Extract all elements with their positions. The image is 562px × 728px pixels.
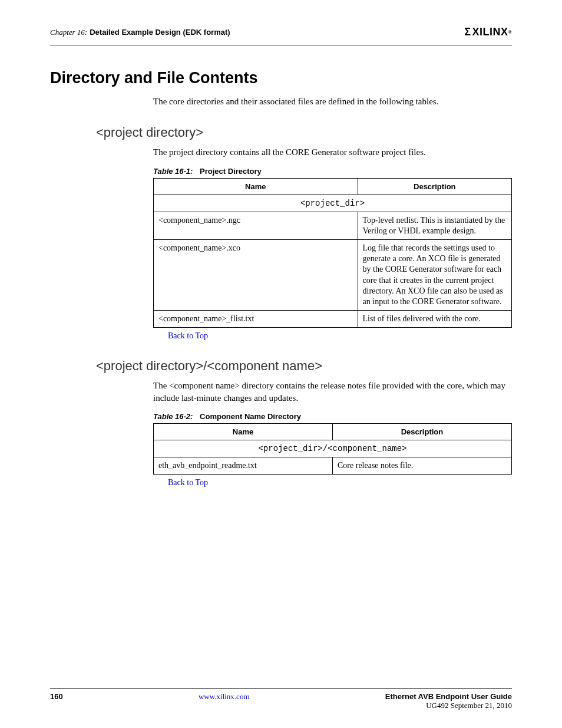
col-description: Description (358, 178, 511, 195)
table-row: eth_avb_endpoint_readme.txt Core release… (154, 457, 512, 475)
table-component-name-directory: Name Description <project_dir>/<componen… (153, 423, 512, 475)
cell-desc: List of files delivered with the core. (358, 311, 511, 328)
cell-desc: Top-level netlist. This is instantiated … (358, 212, 511, 239)
table-span-row: <project_dir> (154, 195, 512, 212)
summation-icon: Σ (464, 26, 471, 38)
back-to-top-link[interactable]: Back to Top (168, 478, 512, 487)
page-number: 160 (50, 692, 63, 710)
table-caption-title: Component Name Directory (195, 412, 301, 421)
subsection-heading-2: <project directory>/<component name> (96, 358, 512, 374)
table-caption-2: Table 16-2: Component Name Directory (153, 412, 512, 421)
col-description: Description (333, 423, 512, 440)
table-project-directory: Name Description <project_dir> <componen… (153, 178, 512, 328)
table-span-row: <project_dir>/<component_name> (154, 440, 512, 457)
table-row: <component_name>.xco Log file that recor… (154, 240, 512, 311)
table-caption-1: Table 16-1: Project Directory (153, 167, 512, 176)
cell-name: <component_name>.ngc (154, 212, 358, 239)
page-footer: 160 www.xilinx.com Ethernet AVB Endpoint… (50, 688, 512, 710)
span-cell: <project_dir>/<component_name> (154, 440, 512, 457)
chapter-breadcrumb: Chapter 16: Detailed Example Design (EDK… (50, 27, 230, 37)
span-cell: <project_dir> (154, 195, 512, 212)
table-row: <component_name>_flist.txt List of files… (154, 311, 512, 328)
footer-right: Ethernet AVB Endpoint User Guide UG492 S… (385, 692, 512, 710)
subsection-intro-1: The project directory contains all the C… (153, 146, 512, 158)
xilinx-logo: Σ XILINX® (464, 26, 512, 38)
table-caption-title: Project Directory (195, 167, 262, 176)
logo-text: XILINX (472, 26, 508, 38)
back-to-top-link[interactable]: Back to Top (168, 331, 512, 341)
footer-guide: Ethernet AVB Endpoint User Guide (385, 692, 512, 701)
section-intro: The core directories and their associate… (153, 95, 512, 107)
footer-url-text: www.xilinx.com (199, 692, 250, 701)
col-name: Name (154, 178, 358, 195)
page-content: Directory and File Contents The core dir… (0, 45, 562, 487)
subsection-intro-2: The <component name> directory contains … (153, 380, 512, 404)
col-name: Name (154, 423, 333, 440)
chapter-prefix: Chapter 16: (50, 28, 87, 37)
page-header: Chapter 16: Detailed Example Design (EDK… (0, 0, 562, 41)
footer-url[interactable]: www.xilinx.com (199, 692, 250, 710)
section-title: Directory and File Contents (50, 69, 512, 87)
table-caption-prefix: Table 16-1: (153, 167, 193, 176)
subsection-heading-1: <project directory> (96, 125, 512, 140)
cell-desc: Log file that records the settings used … (358, 240, 511, 311)
cell-name: eth_avb_endpoint_readme.txt (154, 457, 333, 475)
cell-name: <component_name>.xco (154, 240, 358, 311)
logo-dot: ® (508, 29, 512, 35)
footer-date: UG492 September 21, 2010 (385, 701, 512, 710)
table-header-row: Name Description (154, 178, 512, 195)
table-row: <component_name>.ngc Top-level netlist. … (154, 212, 512, 239)
table-header-row: Name Description (154, 423, 512, 440)
table-caption-prefix: Table 16-2: (153, 412, 193, 421)
cell-desc: Core release notes file. (333, 457, 512, 475)
cell-name: <component_name>_flist.txt (154, 311, 358, 328)
chapter-title: Detailed Example Design (EDK format) (90, 28, 230, 37)
